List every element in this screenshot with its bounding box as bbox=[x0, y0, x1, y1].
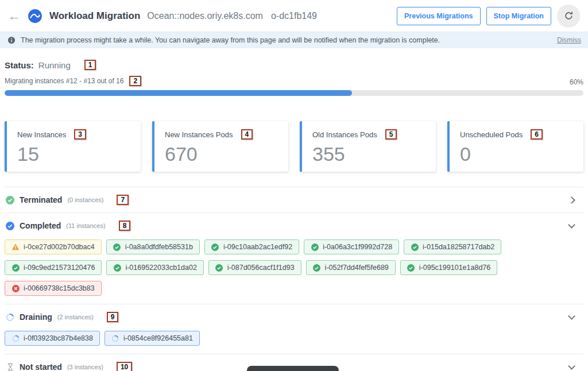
instance-chip-success: i-052f7dd4fef5fe689 bbox=[306, 260, 396, 275]
card-label: New Instances Pods bbox=[165, 130, 233, 139]
instance-chip-success: i-0a06a3c1f9992d728 bbox=[304, 239, 399, 254]
app-header: ← Workload Migration Ocean::nodes.oriy.e… bbox=[0, 0, 588, 32]
instance-id: i-00669738c15dc3b83 bbox=[24, 284, 95, 292]
info-banner: The migration process might take a while… bbox=[0, 32, 588, 48]
card-label: New Instances bbox=[17, 130, 66, 139]
back-arrow-icon[interactable]: ← bbox=[8, 10, 21, 22]
previous-migrations-button[interactable]: Previous Migrations bbox=[397, 7, 480, 25]
chevron-right-icon[interactable] bbox=[568, 196, 575, 204]
annotation-marker-6: 6 bbox=[531, 129, 543, 140]
page-subtitle: Ocean::nodes.oriy.ek8s.com o-dc1fb149 bbox=[147, 11, 317, 21]
banner-message: The migration process might take a while… bbox=[21, 36, 440, 44]
refresh-button[interactable] bbox=[557, 5, 580, 28]
instance-id: i-015da18258717dab2 bbox=[423, 243, 494, 251]
section-title: Draining bbox=[20, 312, 52, 322]
bottom-toast-peek bbox=[247, 366, 339, 371]
dismiss-link[interactable]: Dismiss bbox=[557, 36, 581, 44]
instance-id: i-0854ce8f926455a81 bbox=[123, 334, 193, 342]
instance-chip-success: i-09c9ed21573120476 bbox=[5, 260, 102, 275]
annotation-marker-8: 8 bbox=[119, 221, 131, 231]
annotation-marker-1: 1 bbox=[84, 60, 96, 70]
warning-triangle-icon bbox=[11, 243, 20, 251]
draining-spinner-icon bbox=[6, 313, 14, 322]
section-draining[interactable]: Draining (2 instances) 9 bbox=[5, 304, 583, 330]
check-circle-icon bbox=[215, 264, 223, 272]
annotation-marker-9: 9 bbox=[107, 312, 119, 322]
instance-id: i-095c199101e1a8d76 bbox=[419, 264, 490, 272]
check-circle-icon bbox=[113, 264, 121, 272]
section-count: (11 instances) bbox=[66, 222, 105, 229]
annotation-marker-2: 2 bbox=[129, 76, 141, 86]
chevron-down-icon[interactable] bbox=[568, 312, 575, 320]
section-terminated[interactable]: Terminated (0 instances) 7 bbox=[5, 187, 583, 212]
instance-id: i-0ce27d002b70dbac4 bbox=[24, 243, 95, 251]
annotation-marker-7: 7 bbox=[117, 195, 129, 205]
status-line: Status: Running 1 bbox=[5, 60, 583, 70]
header-actions: Previous Migrations Stop Migration bbox=[397, 5, 580, 28]
ocean-logo-icon bbox=[28, 9, 42, 24]
card-value: 15 bbox=[17, 143, 133, 165]
cluster-name: Ocean::nodes.oriy.ek8s.com bbox=[147, 11, 263, 21]
instance-id: i-09c9ed21573120476 bbox=[24, 264, 95, 272]
progress-percent: 60% bbox=[570, 78, 583, 86]
instance-chip-success: i-0a8a0dfdfeb58531b bbox=[106, 239, 200, 254]
ocean-id: o-dc1fb149 bbox=[271, 11, 317, 21]
card-new-instances-pods: New Instances Pods 4 670 bbox=[152, 121, 288, 172]
card-unscheduled-pods: Unscheduled Pods 6 0 bbox=[447, 121, 583, 172]
progress-bar bbox=[5, 90, 583, 96]
card-new-instances: New Instances 3 15 bbox=[5, 121, 141, 172]
section-completed[interactable]: Completed (11 instances) 8 bbox=[5, 212, 583, 238]
section-title: Not started bbox=[20, 362, 62, 371]
instance-chip-success: i-087d056cacf1f1d93 bbox=[208, 260, 301, 275]
instance-id: i-052f7dd4fef5fe689 bbox=[325, 264, 389, 272]
instance-id: i-0169522033cb1da02 bbox=[125, 264, 196, 272]
stat-cards: New Instances 3 15 New Instances Pods 4 … bbox=[5, 121, 583, 172]
chevron-down-icon[interactable] bbox=[568, 362, 575, 370]
section-title: Terminated bbox=[20, 195, 62, 204]
check-circle-icon bbox=[11, 264, 20, 272]
hourglass-icon bbox=[6, 363, 14, 371]
progress-fill bbox=[5, 90, 352, 96]
instance-chip-draining: i-0f03923bc87b4e838 bbox=[5, 331, 100, 346]
card-label: Unscheduled Pods bbox=[460, 130, 523, 139]
check-circle-icon bbox=[407, 264, 415, 272]
card-value: 670 bbox=[165, 143, 280, 165]
progress-line: Migrating instances #12 - #13 out of 16 … bbox=[5, 76, 583, 86]
annotation-marker-3: 3 bbox=[74, 129, 86, 140]
status-value: Running bbox=[38, 60, 71, 70]
annotation-marker-4: 4 bbox=[241, 129, 253, 140]
check-circle-icon bbox=[311, 243, 319, 251]
section-title: Completed bbox=[20, 221, 61, 230]
spinner-icon bbox=[111, 334, 119, 342]
stop-migration-button[interactable]: Stop Migration bbox=[486, 7, 552, 25]
instance-chip-draining: i-0854ce8f926455a81 bbox=[105, 331, 200, 346]
instance-chip-success: i-015da18258717dab2 bbox=[404, 239, 501, 254]
instance-id: i-0a06a3c1f9992d728 bbox=[323, 243, 392, 251]
chevron-down-icon[interactable] bbox=[568, 221, 575, 229]
instance-chip-success: i-09c10aab2ac1edf92 bbox=[204, 239, 299, 254]
info-icon bbox=[7, 36, 16, 45]
check-circle-icon bbox=[211, 243, 219, 251]
error-circle-icon bbox=[11, 284, 20, 292]
spinner-icon bbox=[11, 334, 20, 342]
instance-id: i-0a8a0dfdfeb58531b bbox=[125, 243, 193, 251]
instance-id: i-0f03923bc87b4e838 bbox=[24, 334, 93, 342]
page-title: Workload Migration bbox=[49, 10, 140, 22]
annotation-marker-5: 5 bbox=[385, 129, 397, 140]
instance-id: i-087d056cacf1f1d93 bbox=[227, 264, 295, 272]
completed-check-icon bbox=[6, 222, 14, 230]
card-value: 0 bbox=[460, 143, 575, 165]
annotation-marker-10: 10 bbox=[117, 362, 132, 371]
section-count: (0 instances) bbox=[67, 196, 103, 203]
progress-text: Migrating instances #12 - #13 out of 16 … bbox=[5, 76, 141, 86]
check-circle-icon bbox=[411, 243, 419, 251]
completed-instances-list: i-0ce27d002b70dbac4i-0a8a0dfdfeb58531bi-… bbox=[5, 238, 583, 304]
instance-chip-success: i-095c199101e1a8d76 bbox=[400, 260, 497, 275]
instance-chip-success: i-0169522033cb1da02 bbox=[106, 260, 203, 275]
card-value: 355 bbox=[312, 143, 428, 165]
section-count: (2 instances) bbox=[57, 314, 94, 320]
instance-id: i-09c10aab2ac1edf92 bbox=[223, 243, 292, 251]
instance-chip-error: i-00669738c15dc3b83 bbox=[5, 281, 102, 296]
draining-instances-list: i-0f03923bc87b4e838i-0854ce8f926455a81 bbox=[5, 330, 583, 354]
check-circle-icon bbox=[113, 243, 121, 251]
